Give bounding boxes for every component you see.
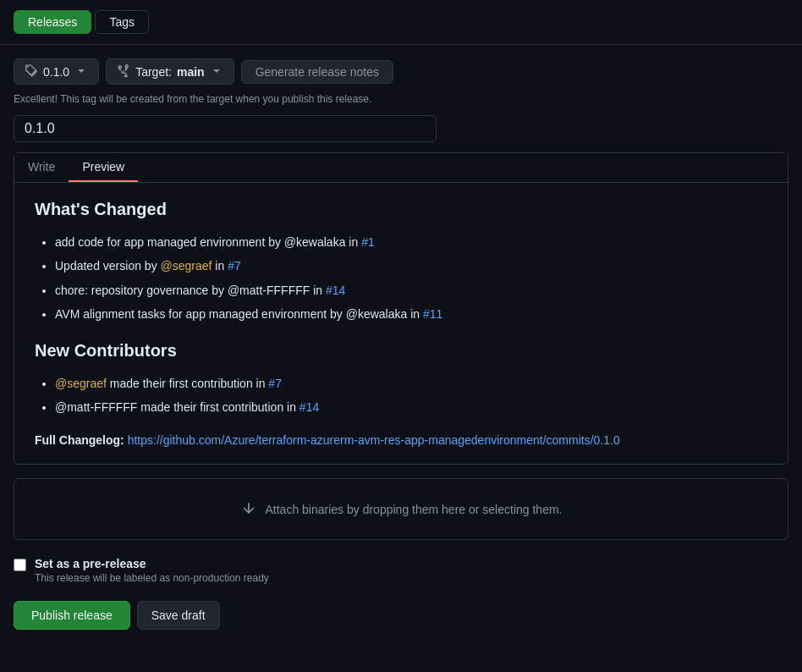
tab-bar: Write Preview: [14, 153, 788, 183]
target-selector-button[interactable]: Target: main: [106, 58, 234, 85]
target-dropdown-icon: [210, 63, 223, 80]
preview-area: What's Changed add code for app managed …: [14, 183, 788, 464]
user-kewalaka-1[interactable]: @kewalaka: [284, 235, 346, 249]
attach-icon: [240, 499, 257, 519]
list-item: AVM alignment tasks for app managed envi…: [55, 305, 767, 323]
list-item: Updated version by @segraef in #7: [55, 256, 767, 275]
controls-row: 0.1.0 Target: main Generate release no: [14, 58, 788, 85]
whats-changed-list: add code for app managed environment by …: [35, 233, 767, 324]
contributors-list: @segraef made their first contribution i…: [35, 374, 767, 417]
item-text: add code for app managed environment by: [55, 235, 284, 249]
user-segraef-1[interactable]: @segraef: [161, 259, 212, 273]
list-item: @segraef made their first contribution i…: [55, 374, 767, 393]
user-matt-1[interactable]: @matt-FFFFFF: [228, 284, 310, 297]
user-segraef-contrib[interactable]: @segraef: [55, 377, 107, 390]
contrib-pr-14[interactable]: #14: [299, 400, 319, 414]
tag-icon: [25, 63, 38, 80]
user-matt-contrib[interactable]: @matt-FFFFFF: [55, 400, 137, 414]
item-text: AVM alignment tasks for app managed envi…: [55, 307, 346, 321]
attach-text: Attach binaries by dropping them here or…: [266, 503, 563, 516]
pr-link-7[interactable]: #7: [228, 259, 241, 273]
release-title-input[interactable]: [14, 115, 437, 142]
list-item: chore: repository governance by @matt-FF…: [55, 281, 767, 300]
user-kewalaka-2[interactable]: @kewalaka: [346, 307, 408, 321]
pre-release-section: Set as a pre-release This release will b…: [14, 557, 788, 584]
top-nav: Releases Tags: [0, 0, 802, 45]
editor-container: Write Preview What's Changed add code fo…: [14, 152, 788, 465]
pr-link-14[interactable]: #14: [326, 284, 345, 297]
generate-notes-button[interactable]: Generate release notes: [241, 60, 393, 84]
contrib-pr-7[interactable]: #7: [268, 377, 282, 390]
list-item: add code for app managed environment by …: [55, 233, 767, 251]
item-text: chore: repository governance by: [55, 284, 228, 297]
full-changelog-link[interactable]: https://github.com/Azure/terraform-azure…: [128, 433, 620, 447]
branch-icon: [117, 63, 130, 80]
pre-release-label[interactable]: Set as a pre-release: [35, 557, 146, 570]
whats-changed-heading: What's Changed: [35, 200, 767, 219]
pre-release-hint: This release will be labeled as non-prod…: [35, 572, 269, 584]
pr-link-1[interactable]: #1: [361, 235, 375, 249]
tab-preview[interactable]: Preview: [69, 153, 138, 182]
tags-nav-button[interactable]: Tags: [95, 10, 149, 34]
target-value: main: [177, 65, 205, 79]
tag-dropdown-icon: [74, 63, 88, 80]
tag-value: 0.1.0: [43, 65, 69, 79]
tab-write[interactable]: Write: [14, 153, 69, 182]
main-content: 0.1.0 Target: main Generate release no: [0, 45, 802, 643]
pr-link-11[interactable]: #11: [423, 307, 442, 321]
item-text: Updated version by: [55, 259, 161, 273]
pre-release-checkbox[interactable]: [14, 559, 26, 571]
tag-selector-button[interactable]: 0.1.0: [14, 58, 99, 85]
list-item: @matt-FFFFFF made their first contributi…: [55, 398, 767, 416]
target-label: Target:: [135, 65, 172, 79]
action-buttons: Publish release Save draft: [14, 601, 788, 630]
pre-release-info: Set as a pre-release This release will b…: [35, 557, 269, 584]
title-input-row: [14, 115, 788, 142]
releases-nav-button[interactable]: Releases: [14, 10, 91, 34]
hint-text: Excellent! This tag will be created from…: [14, 93, 788, 105]
save-draft-button[interactable]: Save draft: [137, 601, 220, 630]
full-changelog: Full Changelog: https://github.com/Azure…: [35, 433, 767, 447]
publish-release-button[interactable]: Publish release: [14, 601, 130, 630]
attach-zone[interactable]: Attach binaries by dropping them here or…: [14, 478, 788, 540]
new-contributors-heading: New Contributors: [35, 341, 767, 361]
